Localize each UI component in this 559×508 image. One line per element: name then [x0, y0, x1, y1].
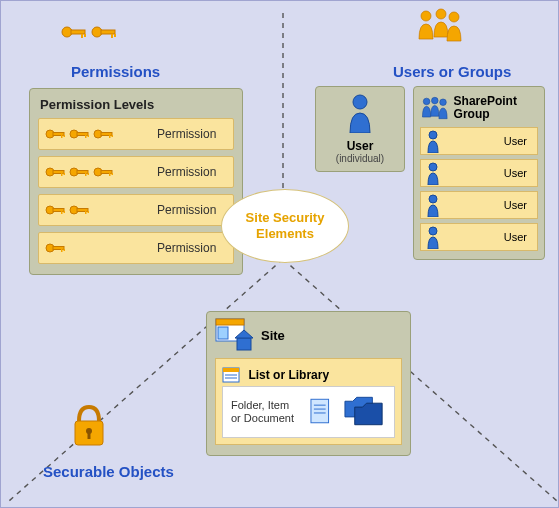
- document-label: Folder, Item or Document: [231, 399, 299, 425]
- keys-icon-large: [61, 23, 119, 41]
- svg-rect-33: [88, 173, 90, 175]
- svg-rect-20: [85, 135, 87, 138]
- key-icon: [93, 127, 115, 141]
- key-icon: [69, 127, 91, 141]
- svg-rect-6: [84, 34, 86, 37]
- permission-label: Permission: [157, 241, 227, 255]
- key-icon: [93, 165, 115, 179]
- site-panel: Site List or Library Folder, Item or Doc…: [206, 311, 411, 456]
- key-icon: [45, 203, 67, 217]
- svg-rect-25: [112, 135, 114, 137]
- group-user-row: User: [420, 159, 538, 187]
- svg-rect-24: [109, 135, 111, 138]
- document-icon: [309, 397, 332, 427]
- svg-rect-59: [216, 319, 244, 325]
- svg-rect-36: [109, 173, 111, 176]
- group-user-label: User: [504, 199, 527, 211]
- permission-row: Permission: [38, 156, 234, 188]
- document-box: Folder, Item or Document: [222, 386, 395, 438]
- person-icon: [425, 129, 441, 153]
- svg-point-12: [436, 9, 446, 19]
- permission-row: Permission: [38, 194, 234, 226]
- svg-point-53: [440, 99, 447, 106]
- svg-rect-4: [71, 30, 85, 34]
- svg-rect-8: [101, 30, 115, 34]
- library-label: List or Library: [248, 368, 329, 382]
- user-title: User: [316, 139, 404, 153]
- key-group: [45, 165, 157, 179]
- key-group: [45, 203, 157, 217]
- user-subtitle: (individual): [316, 153, 404, 164]
- permissions-title: Permissions: [71, 63, 160, 80]
- group-user-row: User: [420, 191, 538, 219]
- permission-label: Permission: [157, 203, 227, 217]
- folder-icon: [343, 395, 386, 429]
- svg-point-11: [421, 11, 431, 21]
- svg-point-55: [429, 163, 437, 171]
- user-individual-card: User (individual): [315, 86, 405, 172]
- key-icon: [69, 203, 91, 217]
- svg-point-54: [429, 131, 437, 139]
- key-icon: [91, 23, 119, 41]
- group-user-label: User: [504, 135, 527, 147]
- svg-rect-37: [112, 173, 114, 175]
- svg-rect-49: [64, 249, 66, 251]
- center-title-oval: Site Security Elements: [221, 189, 349, 263]
- site-window-icon: [215, 318, 255, 352]
- svg-rect-17: [64, 135, 66, 137]
- key-icon: [45, 241, 67, 255]
- people-group-icon: [416, 7, 466, 53]
- securable-title: Securable Objects: [43, 463, 174, 480]
- site-label: Site: [261, 328, 285, 343]
- svg-rect-10: [114, 34, 116, 37]
- svg-rect-9: [111, 34, 113, 38]
- group-user-label: User: [504, 167, 527, 179]
- svg-point-56: [429, 195, 437, 203]
- key-group: [45, 127, 157, 141]
- svg-rect-73: [88, 431, 91, 439]
- permission-row: Permission: [38, 118, 234, 150]
- svg-rect-21: [88, 135, 90, 137]
- person-icon: [345, 93, 375, 133]
- permission-levels-heading: Permission Levels: [40, 97, 234, 112]
- group-user-row: User: [420, 223, 538, 251]
- person-icon: [425, 225, 441, 249]
- svg-rect-60: [218, 327, 228, 339]
- svg-rect-48: [61, 249, 63, 252]
- diagram-canvas: Permissions Users or Groups Securable Ob…: [0, 0, 559, 508]
- group-user-label: User: [504, 231, 527, 243]
- library-box: List or Library Folder, Item or Document: [215, 358, 402, 445]
- svg-point-57: [429, 227, 437, 235]
- svg-rect-32: [85, 173, 87, 176]
- group-user-row: User: [420, 127, 538, 155]
- permission-row: Permission: [38, 232, 234, 264]
- center-title: Site Security Elements: [222, 210, 348, 241]
- sharepoint-group-card: SharePoint Group User User User User: [413, 86, 545, 260]
- permission-label: Permission: [157, 165, 227, 179]
- person-icon: [425, 161, 441, 185]
- svg-rect-16: [61, 135, 63, 138]
- permission-label: Permission: [157, 127, 227, 141]
- svg-rect-40: [61, 211, 63, 214]
- svg-point-52: [432, 97, 439, 104]
- list-icon: [222, 367, 240, 383]
- key-icon: [69, 165, 91, 179]
- svg-rect-67: [311, 399, 329, 422]
- svg-rect-41: [64, 211, 66, 213]
- key-icon: [45, 127, 67, 141]
- key-icon: [45, 165, 67, 179]
- svg-point-13: [449, 12, 459, 22]
- lock-icon: [69, 401, 109, 453]
- svg-rect-5: [81, 34, 83, 38]
- svg-point-51: [423, 98, 430, 105]
- svg-rect-28: [61, 173, 63, 176]
- person-icon: [425, 193, 441, 217]
- svg-rect-29: [64, 173, 66, 175]
- svg-rect-61: [237, 338, 251, 350]
- key-icon: [61, 23, 89, 41]
- svg-rect-64: [223, 368, 239, 372]
- permission-levels-panel: Permission Levels Permission Permission …: [29, 88, 243, 275]
- svg-rect-45: [88, 211, 90, 213]
- svg-rect-44: [85, 211, 87, 214]
- people-group-icon: [420, 93, 450, 123]
